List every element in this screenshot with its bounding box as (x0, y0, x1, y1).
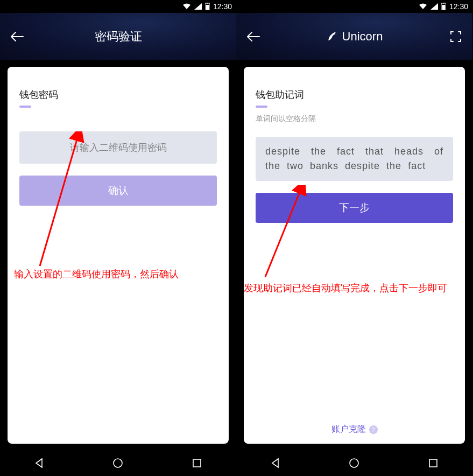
svg-rect-5 (193, 459, 201, 467)
svg-rect-1 (207, 3, 208, 4)
scan-icon (449, 30, 462, 43)
page-title: Unicorn (342, 30, 383, 44)
section-title: 钱包助记词 (256, 88, 453, 101)
section-subtitle: 单词间以空格分隔 (256, 114, 453, 124)
clone-account-link[interactable]: 账户克隆 ? (244, 424, 465, 435)
nav-home-button[interactable] (111, 457, 124, 470)
phone-left: 12:30 密码验证 钱包密码 请输入二维码使用密码 确认 输入设置的二维码使用… (0, 0, 236, 476)
triangle-back-icon (34, 458, 45, 468)
circle-home-icon (349, 458, 359, 468)
signal-icon (430, 3, 438, 10)
svg-rect-11 (429, 459, 437, 467)
back-button[interactable] (245, 28, 262, 45)
nav-recent-button[interactable] (427, 457, 440, 470)
next-button[interactable]: 下一步 (256, 193, 453, 223)
square-recent-icon (428, 458, 438, 468)
annotation-text: 输入设置的二维码使用密码，然后确认 (14, 267, 179, 282)
input-placeholder: 请输入二维码使用密码 (70, 141, 167, 154)
back-arrow-icon (246, 31, 260, 42)
nav-home-button[interactable] (348, 457, 361, 470)
phone-right: 12:30 Unicorn 钱包助记词 单词间以空格分隔 despite the… (236, 0, 472, 476)
confirm-button-label: 确认 (108, 184, 129, 198)
status-time: 12:30 (213, 2, 232, 11)
circle-home-icon (112, 458, 123, 468)
content-card: 钱包密码 请输入二维码使用密码 确认 输入设置的二维码使用密码，然后确认 (8, 67, 229, 444)
section-title: 钱包密码 (19, 88, 217, 101)
content-card: 钱包助记词 单词间以空格分隔 despite the fact that hea… (244, 67, 465, 444)
mnemonic-input[interactable]: despite the fact that heads of the two b… (256, 137, 453, 181)
triangle-back-icon (270, 458, 281, 468)
title-underline (256, 106, 267, 108)
back-button[interactable] (9, 28, 26, 45)
square-recent-icon (192, 458, 202, 468)
mnemonic-value: despite the fact that heads of the two b… (265, 146, 443, 171)
wifi-icon (419, 3, 427, 10)
nav-back-button[interactable] (33, 457, 46, 470)
battery-icon (441, 3, 446, 10)
password-input[interactable]: 请输入二维码使用密码 (19, 131, 217, 164)
confirm-button[interactable]: 确认 (19, 176, 217, 206)
nav-recent-button[interactable] (190, 457, 203, 470)
page-title: 密码验证 (95, 29, 142, 45)
back-arrow-icon (10, 31, 24, 42)
annotation-text: 发现助记词已经自动填写完成，点击下一步即可 (244, 281, 465, 296)
scan-button[interactable] (448, 29, 464, 45)
status-bar: 12:30 (236, 0, 472, 13)
android-navbar (0, 450, 236, 476)
signal-icon (194, 3, 202, 10)
next-button-label: 下一步 (339, 201, 370, 215)
app-header: 密码验证 (0, 13, 236, 60)
battery-icon (205, 3, 210, 10)
help-icon: ? (369, 425, 378, 434)
nav-back-button[interactable] (269, 457, 282, 470)
status-bar: 12:30 (0, 0, 236, 13)
clone-account-label: 账户克隆 (331, 424, 366, 435)
title-underline (19, 106, 31, 108)
svg-rect-2 (206, 5, 209, 10)
svg-rect-7 (443, 3, 444, 4)
wifi-icon (182, 3, 191, 10)
status-time: 12:30 (449, 2, 468, 11)
svg-point-4 (114, 459, 122, 467)
svg-point-10 (350, 459, 358, 467)
app-header: Unicorn (236, 13, 472, 60)
unicorn-icon (326, 31, 338, 43)
svg-rect-8 (442, 5, 445, 10)
android-navbar (236, 450, 472, 476)
